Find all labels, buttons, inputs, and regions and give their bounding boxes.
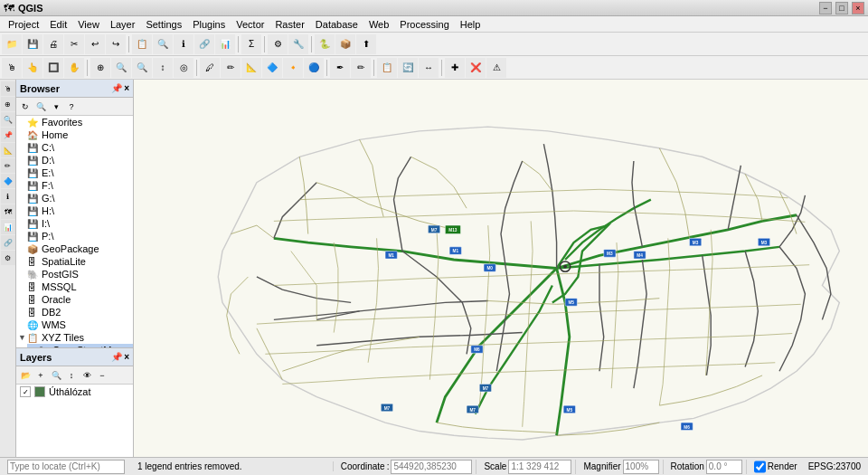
toolbar-button[interactable]: ↩ (85, 34, 105, 54)
toolbar-button[interactable]: 🔲 (43, 58, 63, 78)
tree-item[interactable]: 💾C:\ (16, 141, 133, 154)
layer-item[interactable]: ✓Úthálózat (16, 385, 133, 399)
toolbar-button[interactable]: ⬆ (356, 34, 376, 54)
toolbar-button[interactable]: 🔍 (111, 58, 131, 78)
toolbar-button[interactable]: 🔧 (288, 34, 308, 54)
browser-tree[interactable]: ⭐Favorites 🏠Home 💾C:\ 💾D:\ 💾E:\ 💾F:\ 💾G:… (16, 116, 133, 347)
layer-visibility-checkbox[interactable]: ✓ (20, 386, 31, 397)
tree-item[interactable]: ⭐Favorites (16, 116, 133, 128)
toolbar-button[interactable]: 🔸 (283, 58, 303, 78)
toolbar-button[interactable]: 📦 (335, 34, 355, 54)
browser-pin-icon[interactable]: 📌 (111, 83, 122, 93)
tree-item[interactable]: 📦GeoPackage (16, 242, 133, 255)
toolbar-button[interactable]: ✏ (221, 58, 241, 78)
tree-item[interactable]: 💾G:\ (16, 192, 133, 204)
layers-add-btn[interactable]: + (33, 368, 48, 383)
toolbar-button[interactable]: 📐 (241, 58, 261, 78)
tree-item[interactable]: 💾D:\ (16, 154, 133, 166)
menu-item-view[interactable]: View (73, 18, 104, 31)
maximize-button[interactable]: □ (835, 2, 848, 14)
tree-item[interactable]: 💾F:\ (16, 179, 133, 192)
tree-item[interactable]: 🗄MSSQL (16, 280, 133, 293)
toolbox-btn-11[interactable]: 🔗 (1, 235, 15, 250)
toolbar-button[interactable]: 🔍 (153, 34, 173, 54)
toolbox-btn-12[interactable]: ⚙ (1, 251, 15, 265)
tree-item[interactable]: 💾P:\ (16, 230, 133, 242)
tree-item[interactable]: 🗄Oracle (16, 293, 133, 306)
tree-item[interactable]: ▼📋XYZ Tiles (16, 331, 133, 344)
menu-item-vector[interactable]: Vector (231, 18, 269, 31)
epsg-display[interactable]: EPSG:23700 (805, 461, 864, 471)
toolbar-button[interactable]: 🐍 (315, 34, 335, 54)
menu-item-database[interactable]: Database (311, 18, 363, 31)
toolbar-button[interactable]: ✚ (445, 58, 465, 78)
tree-item[interactable]: 🗄SpatiaLite (16, 255, 133, 268)
toolbox-btn-3[interactable]: 🔍 (1, 112, 15, 127)
layers-remove-btn[interactable]: − (95, 368, 109, 383)
menu-item-edit[interactable]: Edit (45, 18, 71, 31)
toolbar-button[interactable]: ✋ (64, 58, 84, 78)
tree-item[interactable]: 🐘PostGIS (16, 268, 133, 280)
close-button[interactable]: × (852, 2, 864, 14)
layers-open-btn[interactable]: 📂 (18, 368, 33, 383)
toolbar-button[interactable]: 🔗 (194, 34, 214, 54)
toolbar-button[interactable]: 🔍 (132, 58, 152, 78)
toolbar-button[interactable]: ✏ (351, 58, 371, 78)
browser-help-btn[interactable]: ? (64, 100, 79, 114)
tree-item[interactable]: 💾E:\ (16, 166, 133, 179)
toolbar-button[interactable]: 💾 (23, 34, 42, 54)
menu-item-processing[interactable]: Processing (395, 18, 453, 31)
map-area[interactable]: M1 M1 M7 M0 M5 M3 M3 M4 M3 M6 M7 M7 (134, 80, 868, 457)
browser-close-icon[interactable]: × (124, 83, 129, 93)
tree-item[interactable]: 🏠Home (16, 128, 133, 141)
menu-item-settings[interactable]: Settings (141, 18, 186, 31)
magnifier-input[interactable] (623, 460, 659, 474)
toolbar-button[interactable]: ↔ (419, 58, 439, 78)
toolbar-button[interactable]: 🔵 (304, 58, 324, 78)
toolbar-button[interactable]: ⊕ (90, 58, 110, 78)
browser-filter-btn[interactable]: 🔍 (33, 100, 48, 114)
toolbar-button[interactable]: 🖊 (200, 58, 220, 78)
toolbar-button[interactable]: ⚙ (268, 34, 288, 54)
menu-item-layer[interactable]: Layer (106, 18, 140, 31)
scale-input[interactable] (508, 460, 571, 474)
layers-pin-icon[interactable]: 📌 (111, 352, 122, 362)
menu-item-project[interactable]: Project (4, 18, 43, 31)
layers-visible-btn[interactable]: 👁 (80, 368, 94, 383)
toolbar-button[interactable]: 📊 (215, 34, 235, 54)
toolbar-button[interactable]: 🖱 (2, 58, 22, 78)
tree-item[interactable]: 🌐WMS (16, 318, 133, 331)
layers-filter-btn[interactable]: 🔍 (49, 368, 63, 383)
toolbar-button[interactable]: 📁 (2, 34, 22, 54)
browser-refresh-btn[interactable]: ↻ (18, 100, 33, 114)
locator-input[interactable] (7, 460, 125, 474)
toolbar-button[interactable]: ⚠ (486, 58, 506, 78)
toolbox-btn-2[interactable]: ⊕ (1, 97, 15, 111)
toolbar-button[interactable]: ↕ (153, 58, 173, 78)
toolbar-button[interactable]: ❌ (466, 58, 486, 78)
toolbar-button[interactable]: 📋 (132, 34, 152, 54)
browser-collapse-btn[interactable]: ▾ (49, 100, 63, 114)
tree-item[interactable]: 💾I:\ (16, 217, 133, 230)
rotation-input[interactable] (706, 460, 742, 474)
tree-item[interactable]: 💾H:\ (16, 204, 133, 217)
toolbar-button[interactable]: ✒ (330, 58, 350, 78)
toolbar-button[interactable]: Σ (241, 34, 261, 54)
menu-item-help[interactable]: Help (456, 18, 486, 31)
toolbar-button[interactable]: 🖨 (43, 34, 63, 54)
toolbox-btn-10[interactable]: 📊 (1, 220, 15, 234)
toolbox-btn-9[interactable]: 🗺 (1, 204, 15, 219)
render-checkbox[interactable] (754, 460, 766, 474)
toolbar-button[interactable]: 🔷 (262, 58, 282, 78)
toolbar-button[interactable]: ◎ (174, 58, 193, 78)
toolbar-button[interactable]: ↪ (106, 34, 126, 54)
toolbox-btn-8[interactable]: ℹ (1, 189, 15, 204)
menu-item-raster[interactable]: Raster (270, 18, 308, 31)
layers-sort-btn[interactable]: ↕ (64, 368, 79, 383)
menu-item-plugins[interactable]: Plugins (188, 18, 230, 31)
toolbox-btn-7[interactable]: 🔷 (1, 174, 15, 188)
toolbar-button[interactable]: 👆 (23, 58, 42, 78)
toolbox-btn-1[interactable]: 🖱 (1, 81, 15, 96)
toolbar-button[interactable]: ✂ (64, 34, 84, 54)
toolbar-button[interactable]: ℹ (174, 34, 193, 54)
